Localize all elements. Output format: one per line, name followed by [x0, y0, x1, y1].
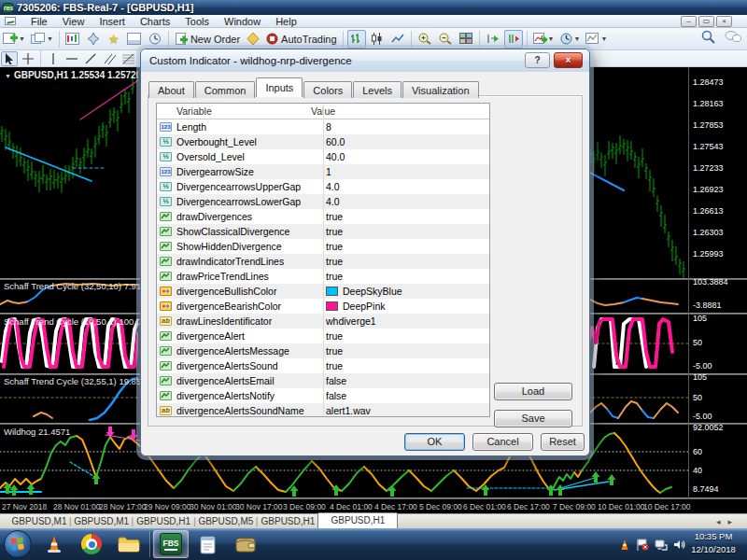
trendline-tool[interactable] [82, 51, 99, 66]
zoom-in-button[interactable] [416, 30, 434, 49]
menu-file[interactable]: File [23, 16, 55, 27]
cancel-button[interactable]: Cancel [472, 433, 533, 451]
tab-levels[interactable]: Levels [353, 81, 402, 98]
menu-window[interactable]: Window [217, 16, 268, 27]
cursor-tool[interactable] [1, 51, 18, 66]
ok-button[interactable]: OK [404, 433, 465, 451]
string-type-icon: ab [160, 316, 172, 326]
chart-tab-0[interactable]: GBPUSD,M1 [9, 514, 69, 528]
vlc-icon [44, 534, 64, 554]
pane-label: Schaff Trend Cycle (32,50,10) 7.9194 7.9… [4, 281, 140, 291]
taskbar-chrome-button[interactable] [74, 530, 109, 558]
profiles-button[interactable]: ▼ [29, 30, 55, 49]
menu-charts[interactable]: Charts [133, 16, 177, 27]
mdi-close-button[interactable]: × [716, 16, 732, 27]
mdi-minimize-button[interactable]: – [681, 16, 697, 27]
chat-icon[interactable] [725, 30, 741, 44]
symbol-dropdown-icon[interactable]: ▼ [5, 73, 11, 79]
save-button[interactable]: Save [494, 410, 572, 427]
load-button[interactable]: Load [494, 383, 572, 400]
auto-scroll-button[interactable] [484, 30, 502, 49]
schaff-pane2-right[interactable] [588, 315, 688, 373]
search-icon[interactable] [701, 30, 715, 44]
indicators-button[interactable]: ▼ [531, 30, 557, 49]
profiles-icon [31, 33, 46, 45]
channel-tool[interactable] [101, 51, 118, 66]
taskbar-explorer-button[interactable] [111, 530, 147, 558]
candlestick-chart-button[interactable] [368, 30, 387, 49]
schaff-pane3-right[interactable] [588, 375, 688, 423]
tab-colors[interactable]: Colors [303, 81, 352, 98]
tab-inputs[interactable]: Inputs [256, 77, 303, 97]
param-value: true [318, 226, 343, 237]
dialog-title-bar[interactable]: Custom Indicator - wildhog-nrp-divergenc… [141, 49, 589, 72]
market-watch-button[interactable] [63, 30, 82, 49]
action-center-flag-icon[interactable] [636, 539, 649, 551]
mdi-restore-button[interactable]: ▭ [698, 16, 714, 27]
tile-windows-icon [459, 33, 472, 45]
price-axis-label: 8.7494 [693, 484, 719, 494]
menu-help[interactable]: Help [268, 16, 304, 27]
terminal-button[interactable] [125, 30, 144, 49]
price-axis-label: 1.27233 [693, 163, 724, 173]
main-chart-right[interactable] [588, 67, 688, 278]
taskbar-vlc-button[interactable] [36, 530, 72, 558]
horizontal-line-tool[interactable] [63, 51, 80, 66]
market-watch-icon [65, 33, 79, 45]
param-value: whdiverge1 [318, 315, 376, 327]
chart-tab-1[interactable]: GBPUSD,M1 [72, 514, 132, 528]
metaeditor-button[interactable] [244, 30, 262, 49]
start-orb[interactable] [4, 530, 32, 558]
menu-insert[interactable]: Insert [92, 16, 133, 27]
menu-tools[interactable]: Tools [177, 16, 217, 27]
bool-type-icon [160, 257, 172, 266]
line-chart-button[interactable] [388, 30, 407, 49]
vlc-cone-icon[interactable] [619, 539, 630, 551]
notepad-icon [199, 534, 218, 554]
chart-tab-5[interactable]: GBPUSD,H1 [317, 512, 398, 528]
strategy-tester-button[interactable] [146, 30, 164, 49]
taskbar-clock[interactable]: 10:35 PM 12/10/2018 [687, 530, 740, 556]
chart-tab-2[interactable]: GBPUSD,H1 [134, 514, 193, 528]
favorites-button[interactable]: ★ [105, 30, 123, 49]
new-order-button[interactable]: New Order [173, 30, 242, 49]
dialog-close-button[interactable]: × [554, 52, 583, 68]
tab-visualization[interactable]: Visualization [402, 81, 479, 98]
tile-windows-button[interactable] [457, 30, 475, 49]
zoom-out-button[interactable] [436, 30, 455, 49]
taskbar-notepad-button[interactable] [190, 530, 226, 558]
bar-chart-button[interactable] [347, 30, 366, 49]
vertical-line-tool[interactable] [45, 51, 62, 66]
menu-view[interactable]: View [55, 16, 92, 27]
speaker-icon[interactable] [673, 539, 685, 551]
parameters-table[interactable]: Variable Value 123Length8½Overbought_Lev… [156, 103, 490, 417]
network-icon[interactable] [655, 539, 668, 551]
periods-button[interactable]: ▼ [558, 30, 583, 49]
reset-button[interactable]: Reset [541, 433, 585, 451]
title-bar: FBS 7305206: FBS-Real-7 - [GBPUSD,H1] [0, 0, 747, 15]
new-chart-button[interactable]: ▼ [1, 30, 27, 49]
param-value: true [318, 211, 343, 222]
crosshair-tool[interactable] [20, 51, 36, 66]
schaff-pane1-right[interactable] [588, 280, 688, 313]
tab-scroll-arrows[interactable]: ◂▸ [716, 517, 740, 526]
autotrading-button[interactable]: AutoTrading [264, 30, 339, 49]
taskbar-wallet-button[interactable] [228, 530, 263, 558]
dialog-help-button[interactable]: ? [525, 52, 550, 68]
navigator-button[interactable] [84, 30, 103, 49]
time-axis[interactable]: 27 Nov 201828 Nov 01:0028 Nov 17:0029 No… [0, 499, 688, 513]
templates-button[interactable]: ▼ [584, 30, 609, 49]
double-type-icon: ½ [160, 137, 172, 147]
tab-common[interactable]: Common [195, 81, 256, 98]
tab-about[interactable]: About [148, 81, 194, 98]
chart-shift-button[interactable] [504, 30, 523, 49]
price-axis-label: 1.26923 [693, 185, 724, 194]
chart-tab-3[interactable]: GBPUSD,M5 [196, 514, 256, 528]
fibonacci-tool[interactable] [120, 51, 136, 66]
chart-tab-4[interactable]: GBPUSD,H1 [258, 514, 317, 528]
bool-type-icon [160, 361, 172, 371]
main-chart-left[interactable] [0, 67, 138, 278]
taskbar-fbs-button[interactable]: FBS [153, 530, 189, 558]
bool-type-icon [160, 212, 172, 221]
param-value: true [318, 330, 343, 342]
